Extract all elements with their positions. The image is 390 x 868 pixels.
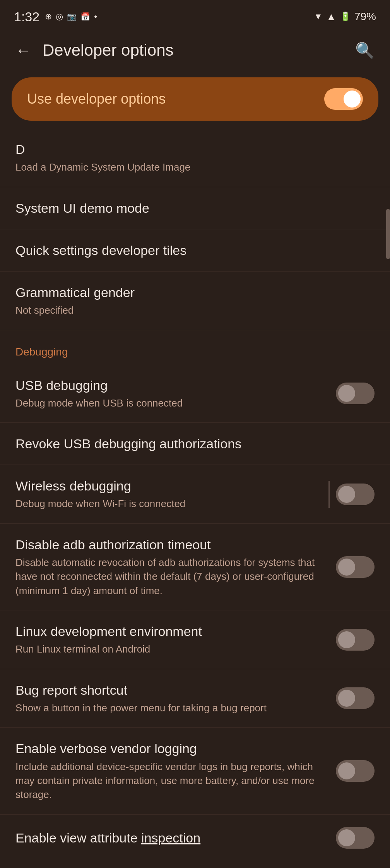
dsu-subtitle: Load a Dynamic System Update Image	[15, 160, 367, 174]
status-right: ▼ ▲ 🔋 79%	[314, 10, 376, 23]
usb-debugging-toggle[interactable]	[336, 383, 375, 404]
debugging-section-header: Debugging	[0, 330, 390, 364]
page-title: Developer options	[43, 41, 174, 60]
disable-adb-timeout-item[interactable]: Disable adb authorization timeout Disabl…	[0, 524, 390, 610]
wireless-debugging-text-group: Wireless debugging Debug mode when Wi-Fi…	[15, 477, 328, 511]
battery-icon: 🔋	[340, 12, 351, 22]
wireless-debugging-toggle-knob	[338, 486, 355, 503]
usb-debugging-toggle-knob	[338, 385, 355, 402]
view-attribute-inspection-toggle[interactable]	[336, 827, 375, 849]
dsu-text-group: D Load a Dynamic System Update Image	[15, 141, 375, 174]
disable-adb-timeout-title: Disable adb authorization timeout	[15, 536, 328, 553]
system-ui-demo-item[interactable]: System UI demo mode	[0, 187, 390, 229]
calendar-icon: 📅	[80, 12, 90, 21]
signal-icon: ▲	[326, 11, 336, 23]
bug-report-shortcut-title: Bug report shortcut	[15, 682, 328, 699]
disable-adb-timeout-text-group: Disable adb authorization timeout Disabl…	[15, 536, 336, 598]
wireless-divider	[328, 481, 330, 508]
linux-dev-env-toggle[interactable]	[336, 629, 375, 651]
quick-settings-tiles-text-group: Quick settings developer tiles	[15, 242, 375, 259]
wireless-debugging-toggle[interactable]	[336, 484, 375, 505]
verbose-vendor-logging-text-group: Enable verbose vendor logging Include ad…	[15, 740, 336, 801]
view-attribute-inspection-toggle-knob	[338, 829, 355, 846]
system-ui-demo-text-group: System UI demo mode	[15, 200, 375, 217]
status-time: 1:32	[14, 9, 39, 24]
verbose-vendor-logging-title: Enable verbose vendor logging	[15, 740, 328, 757]
verbose-vendor-logging-item[interactable]: Enable verbose vendor logging Include ad…	[0, 728, 390, 814]
battery-percent: 79%	[354, 10, 376, 23]
bug-report-shortcut-toggle-knob	[338, 690, 355, 707]
search-button[interactable]: 🔍	[355, 41, 375, 60]
verbose-vendor-logging-toggle-knob	[338, 762, 355, 779]
status-bar: 1:32 ⊕ ◎ 📷 📅 • ▼ ▲ 🔋 79%	[0, 0, 390, 31]
quick-settings-tiles-title: Quick settings developer tiles	[15, 242, 367, 259]
grammatical-gender-text-group: Grammatical gender Not specified	[15, 284, 375, 318]
bug-report-shortcut-item[interactable]: Bug report shortcut Show a button in the…	[0, 669, 390, 728]
bug-report-shortcut-text-group: Bug report shortcut Show a button in the…	[15, 682, 336, 715]
wireless-debugging-title: Wireless debugging	[15, 477, 321, 494]
dsu-title: D	[15, 141, 367, 158]
verbose-vendor-logging-toggle[interactable]	[336, 760, 375, 782]
grammatical-gender-subtitle: Not specified	[15, 303, 367, 317]
scrollbar[interactable]	[386, 209, 390, 259]
revoke-usb-item[interactable]: Revoke USB debugging authorizations	[0, 423, 390, 465]
dev-options-toggle-banner[interactable]: Use developer options	[12, 77, 378, 121]
settings-list: D Load a Dynamic System Update Image Sys…	[0, 128, 390, 868]
toggle-knob	[344, 91, 361, 108]
linux-dev-env-title: Linux development environment	[15, 623, 328, 640]
view-attribute-inspection-text-group: Enable view attribute inspection	[15, 829, 336, 846]
location-icon: ◎	[56, 12, 63, 22]
bug-report-shortcut-subtitle: Show a button in the power menu for taki…	[15, 701, 328, 715]
usb-debugging-item[interactable]: USB debugging Debug mode when USB is con…	[0, 364, 390, 423]
camera-icon: 📷	[67, 12, 77, 21]
grammatical-gender-title: Grammatical gender	[15, 284, 367, 301]
linux-dev-env-toggle-knob	[338, 631, 355, 648]
app-bar-left: ← Developer options	[15, 41, 174, 60]
grammatical-gender-item[interactable]: Grammatical gender Not specified	[0, 272, 390, 330]
disable-adb-timeout-subtitle: Disable automatic revocation of adb auth…	[15, 555, 328, 598]
linux-dev-env-text-group: Linux development environment Run Linux …	[15, 623, 336, 656]
wifi-icon: ▼	[314, 12, 322, 22]
revoke-usb-title: Revoke USB debugging authorizations	[15, 435, 367, 452]
linux-dev-env-item[interactable]: Linux development environment Run Linux …	[0, 610, 390, 669]
system-ui-demo-title: System UI demo mode	[15, 200, 367, 217]
disable-adb-timeout-toggle[interactable]	[336, 556, 375, 578]
usb-debugging-subtitle: Debug mode when USB is connected	[15, 396, 328, 410]
revoke-usb-text-group: Revoke USB debugging authorizations	[15, 435, 375, 452]
quick-settings-tiles-item[interactable]: Quick settings developer tiles	[0, 229, 390, 272]
dot-icon: •	[94, 12, 97, 22]
bug-report-shortcut-toggle[interactable]	[336, 687, 375, 709]
back-button[interactable]: ←	[15, 42, 31, 59]
app-bar: ← Developer options 🔍	[0, 31, 390, 70]
disable-adb-timeout-toggle-knob	[338, 559, 355, 576]
status-left: 1:32 ⊕ ◎ 📷 📅 •	[14, 9, 97, 24]
wireless-debugging-item[interactable]: Wireless debugging Debug mode when Wi-Fi…	[0, 465, 390, 524]
view-attribute-inspection-item[interactable]: Enable view attribute inspection	[0, 815, 390, 868]
wireless-debugging-subtitle: Debug mode when Wi-Fi is connected	[15, 497, 321, 511]
connectivity-icon: ⊕	[45, 12, 52, 22]
usb-debugging-title: USB debugging	[15, 377, 328, 394]
linux-dev-env-subtitle: Run Linux terminal on Android	[15, 642, 328, 656]
verbose-vendor-logging-subtitle: Include additional device-specific vendo…	[15, 760, 328, 802]
dev-options-toggle[interactable]	[324, 88, 363, 110]
view-attribute-inspection-title: Enable view attribute inspection	[15, 829, 328, 846]
usb-debugging-text-group: USB debugging Debug mode when USB is con…	[15, 377, 336, 410]
dsu-item[interactable]: D Load a Dynamic System Update Image	[0, 128, 390, 187]
dev-options-label: Use developer options	[27, 91, 166, 107]
status-icons: ⊕ ◎ 📷 📅 •	[45, 12, 97, 22]
debugging-header-text: Debugging	[15, 346, 68, 358]
